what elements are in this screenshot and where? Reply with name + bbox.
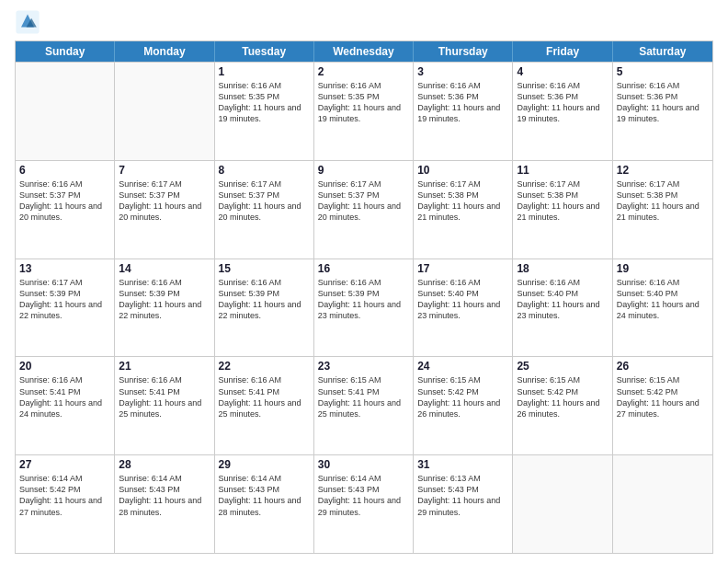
cell-info: Sunrise: 6:16 AM Sunset: 5:41 PM Dayligh… <box>219 374 310 419</box>
day-number: 4 <box>517 65 608 78</box>
calendar-cell: 24Sunrise: 6:15 AM Sunset: 5:42 PM Dayli… <box>414 357 513 454</box>
cell-info: Sunrise: 6:14 AM Sunset: 5:43 PM Dayligh… <box>119 473 210 518</box>
cell-info: Sunrise: 6:14 AM Sunset: 5:43 PM Dayligh… <box>219 473 310 518</box>
day-number: 19 <box>617 262 709 275</box>
calendar-cell: 9Sunrise: 6:17 AM Sunset: 5:37 PM Daylig… <box>314 161 414 259</box>
weekday-header: Saturday <box>613 41 712 62</box>
day-number: 27 <box>19 458 110 471</box>
cell-info: Sunrise: 6:16 AM Sunset: 5:39 PM Dayligh… <box>219 277 310 322</box>
calendar-cell: 20Sunrise: 6:16 AM Sunset: 5:41 PM Dayli… <box>16 357 115 454</box>
calendar-cell <box>16 63 115 160</box>
cell-info: Sunrise: 6:16 AM Sunset: 5:37 PM Dayligh… <box>19 178 110 224</box>
day-number: 18 <box>517 262 608 275</box>
day-number: 23 <box>318 360 409 373</box>
calendar-cell: 31Sunrise: 6:13 AM Sunset: 5:43 PM Dayli… <box>414 455 513 553</box>
calendar-cell <box>115 63 214 160</box>
calendar-cell: 22Sunrise: 6:16 AM Sunset: 5:41 PM Dayli… <box>215 357 314 454</box>
calendar-cell: 2Sunrise: 6:16 AM Sunset: 5:35 PM Daylig… <box>314 63 414 160</box>
day-number: 22 <box>219 360 310 373</box>
day-number: 30 <box>318 458 409 471</box>
cell-info: Sunrise: 6:15 AM Sunset: 5:42 PM Dayligh… <box>617 374 709 419</box>
day-number: 5 <box>617 65 709 78</box>
day-number: 29 <box>219 458 310 471</box>
weekday-header: Sunday <box>16 41 115 62</box>
cell-info: Sunrise: 6:16 AM Sunset: 5:40 PM Dayligh… <box>617 277 709 322</box>
cell-info: Sunrise: 6:16 AM Sunset: 5:40 PM Dayligh… <box>417 277 508 322</box>
calendar-cell: 14Sunrise: 6:16 AM Sunset: 5:39 PM Dayli… <box>115 259 214 357</box>
day-number: 20 <box>19 360 110 373</box>
calendar-cell: 10Sunrise: 6:17 AM Sunset: 5:38 PM Dayli… <box>414 161 513 259</box>
cell-info: Sunrise: 6:16 AM Sunset: 5:35 PM Dayligh… <box>219 80 310 125</box>
calendar-cell: 30Sunrise: 6:14 AM Sunset: 5:43 PM Dayli… <box>314 455 414 553</box>
cell-info: Sunrise: 6:16 AM Sunset: 5:40 PM Dayligh… <box>517 277 608 322</box>
calendar-row: 6Sunrise: 6:16 AM Sunset: 5:37 PM Daylig… <box>16 160 712 259</box>
day-number: 3 <box>417 65 508 78</box>
day-number: 31 <box>417 458 508 471</box>
cell-info: Sunrise: 6:16 AM Sunset: 5:39 PM Dayligh… <box>119 277 210 322</box>
cell-info: Sunrise: 6:14 AM Sunset: 5:42 PM Dayligh… <box>19 473 110 518</box>
day-number: 25 <box>517 360 608 373</box>
calendar-header: SundayMondayTuesdayWednesdayThursdayFrid… <box>16 41 712 62</box>
day-number: 24 <box>417 360 508 373</box>
calendar-cell: 18Sunrise: 6:16 AM Sunset: 5:40 PM Dayli… <box>513 259 612 357</box>
cell-info: Sunrise: 6:15 AM Sunset: 5:41 PM Dayligh… <box>318 374 409 419</box>
day-number: 1 <box>219 65 310 78</box>
cell-info: Sunrise: 6:16 AM Sunset: 5:35 PM Dayligh… <box>318 80 409 125</box>
calendar-row: 20Sunrise: 6:16 AM Sunset: 5:41 PM Dayli… <box>16 356 712 454</box>
calendar-cell: 27Sunrise: 6:14 AM Sunset: 5:42 PM Dayli… <box>16 455 115 553</box>
calendar-cell: 4Sunrise: 6:16 AM Sunset: 5:36 PM Daylig… <box>513 63 612 160</box>
day-number: 17 <box>417 262 508 275</box>
day-number: 9 <box>318 164 409 177</box>
calendar-cell: 23Sunrise: 6:15 AM Sunset: 5:41 PM Dayli… <box>314 357 414 454</box>
calendar-cell: 6Sunrise: 6:16 AM Sunset: 5:37 PM Daylig… <box>16 161 115 259</box>
cell-info: Sunrise: 6:13 AM Sunset: 5:43 PM Dayligh… <box>417 473 508 518</box>
calendar-cell: 17Sunrise: 6:16 AM Sunset: 5:40 PM Dayli… <box>414 259 513 357</box>
calendar-cell: 3Sunrise: 6:16 AM Sunset: 5:36 PM Daylig… <box>414 63 513 160</box>
header <box>15 9 713 35</box>
day-number: 15 <box>219 262 310 275</box>
day-number: 21 <box>119 360 210 373</box>
cell-info: Sunrise: 6:16 AM Sunset: 5:39 PM Dayligh… <box>318 277 409 322</box>
cell-info: Sunrise: 6:17 AM Sunset: 5:38 PM Dayligh… <box>517 178 608 224</box>
calendar-cell: 15Sunrise: 6:16 AM Sunset: 5:39 PM Dayli… <box>215 259 314 357</box>
calendar-row: 27Sunrise: 6:14 AM Sunset: 5:42 PM Dayli… <box>16 454 712 553</box>
day-number: 8 <box>219 164 310 177</box>
day-number: 16 <box>318 262 409 275</box>
weekday-header: Friday <box>513 41 612 62</box>
day-number: 14 <box>119 262 210 275</box>
calendar-cell <box>513 455 612 553</box>
cell-info: Sunrise: 6:16 AM Sunset: 5:36 PM Dayligh… <box>617 80 709 125</box>
calendar-cell <box>613 455 712 553</box>
day-number: 7 <box>119 164 210 177</box>
calendar-cell: 19Sunrise: 6:16 AM Sunset: 5:40 PM Dayli… <box>613 259 712 357</box>
calendar-row: 1Sunrise: 6:16 AM Sunset: 5:35 PM Daylig… <box>16 62 712 160</box>
calendar-cell: 16Sunrise: 6:16 AM Sunset: 5:39 PM Dayli… <box>314 259 414 357</box>
cell-info: Sunrise: 6:17 AM Sunset: 5:38 PM Dayligh… <box>417 178 508 224</box>
calendar-cell: 28Sunrise: 6:14 AM Sunset: 5:43 PM Dayli… <box>115 455 214 553</box>
day-number: 13 <box>19 262 110 275</box>
page: SundayMondayTuesdayWednesdayThursdayFrid… <box>0 0 728 563</box>
calendar-body: 1Sunrise: 6:16 AM Sunset: 5:35 PM Daylig… <box>16 62 712 553</box>
cell-info: Sunrise: 6:15 AM Sunset: 5:42 PM Dayligh… <box>417 374 508 419</box>
cell-info: Sunrise: 6:16 AM Sunset: 5:41 PM Dayligh… <box>119 374 210 419</box>
weekday-header: Wednesday <box>314 41 414 62</box>
logo <box>15 9 44 35</box>
weekday-header: Monday <box>115 41 214 62</box>
calendar-cell: 5Sunrise: 6:16 AM Sunset: 5:36 PM Daylig… <box>613 63 712 160</box>
cell-info: Sunrise: 6:14 AM Sunset: 5:43 PM Dayligh… <box>318 473 409 518</box>
calendar-cell: 1Sunrise: 6:16 AM Sunset: 5:35 PM Daylig… <box>215 63 314 160</box>
calendar-cell: 29Sunrise: 6:14 AM Sunset: 5:43 PM Dayli… <box>215 455 314 553</box>
day-number: 10 <box>417 164 508 177</box>
cell-info: Sunrise: 6:17 AM Sunset: 5:37 PM Dayligh… <box>318 178 409 224</box>
calendar-cell: 7Sunrise: 6:17 AM Sunset: 5:37 PM Daylig… <box>115 161 214 259</box>
cell-info: Sunrise: 6:15 AM Sunset: 5:42 PM Dayligh… <box>517 374 608 419</box>
day-number: 28 <box>119 458 210 471</box>
calendar: SundayMondayTuesdayWednesdayThursdayFrid… <box>15 40 713 554</box>
day-number: 2 <box>318 65 409 78</box>
weekday-header: Thursday <box>414 41 513 62</box>
calendar-cell: 11Sunrise: 6:17 AM Sunset: 5:38 PM Dayli… <box>513 161 612 259</box>
cell-info: Sunrise: 6:17 AM Sunset: 5:38 PM Dayligh… <box>617 178 709 224</box>
cell-info: Sunrise: 6:16 AM Sunset: 5:36 PM Dayligh… <box>417 80 508 125</box>
calendar-row: 13Sunrise: 6:17 AM Sunset: 5:39 PM Dayli… <box>16 259 712 357</box>
cell-info: Sunrise: 6:16 AM Sunset: 5:36 PM Dayligh… <box>517 80 608 125</box>
